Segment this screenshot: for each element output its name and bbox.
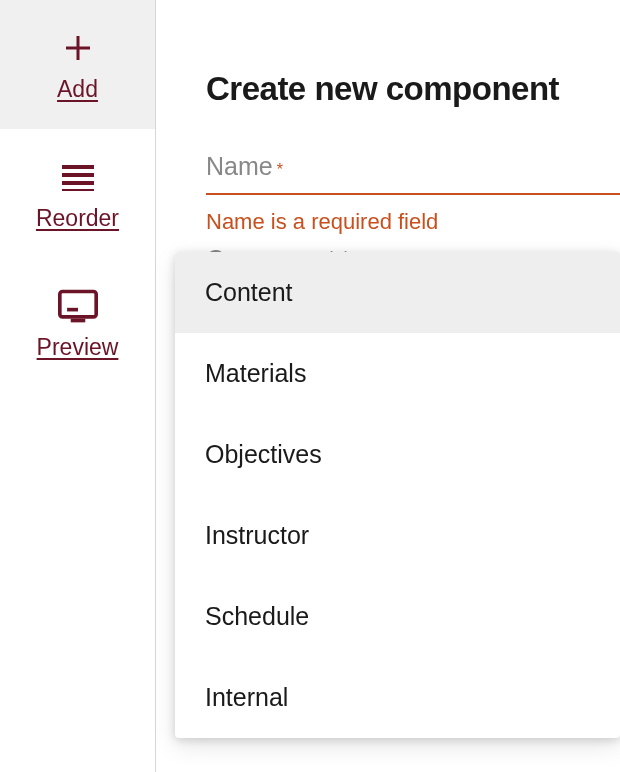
name-field-label: Name [206, 152, 273, 181]
preview-icon [58, 286, 98, 326]
dropdown-option-schedule[interactable]: Schedule [175, 576, 620, 657]
sidebar-item-reorder[interactable]: Reorder [0, 129, 155, 258]
dropdown-option-instructor[interactable]: Instructor [175, 495, 620, 576]
dropdown-option-materials[interactable]: Materials [175, 333, 620, 414]
page-title: Create new component [206, 70, 620, 108]
dropdown-option-content[interactable]: Content [175, 252, 620, 333]
reorder-icon [58, 157, 98, 197]
sidebar-item-label: Preview [37, 334, 119, 361]
component-type-dropdown: Content Materials Objectives Instructor … [175, 252, 620, 738]
dropdown-option-objectives[interactable]: Objectives [175, 414, 620, 495]
sidebar: Add Reorder Preview [0, 0, 156, 772]
name-field-underline [206, 193, 620, 195]
sidebar-item-preview[interactable]: Preview [0, 258, 155, 387]
sidebar-item-label: Reorder [36, 205, 119, 232]
dropdown-option-internal[interactable]: Internal [175, 657, 620, 738]
sidebar-item-label: Add [57, 76, 98, 103]
name-field[interactable]: Name * Name is a required field [206, 152, 620, 235]
svg-rect-6 [59, 291, 95, 316]
required-indicator: * [277, 161, 283, 179]
plus-icon [58, 28, 98, 68]
name-field-error: Name is a required field [206, 209, 620, 235]
sidebar-item-add[interactable]: Add [0, 0, 155, 129]
